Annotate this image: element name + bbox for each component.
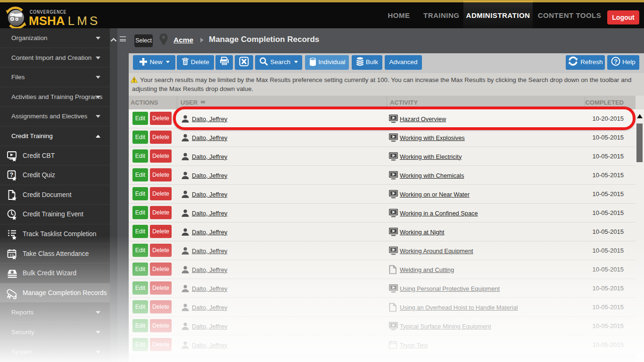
svg-text:?: ? bbox=[10, 171, 14, 178]
svg-text:?: ? bbox=[614, 58, 618, 65]
